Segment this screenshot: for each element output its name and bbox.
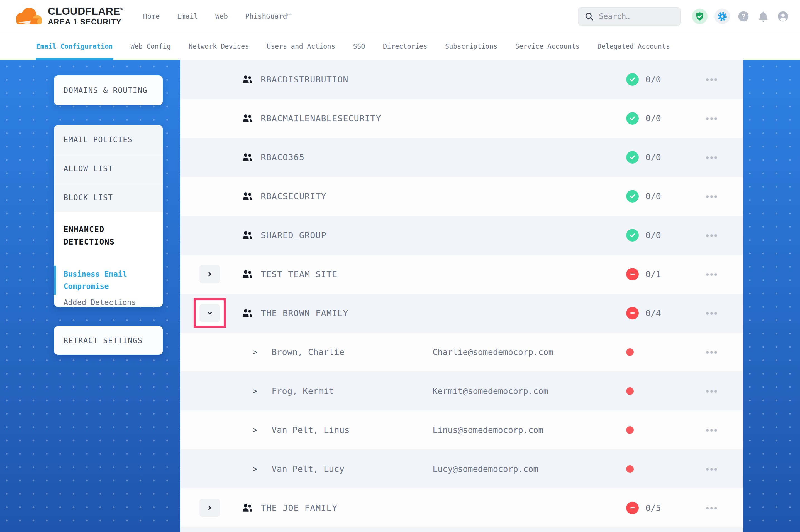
group-name[interactable]: THE JOE FAMILY — [261, 503, 626, 513]
group-name[interactable]: TEST TEAM SITE — [261, 269, 626, 279]
member-count: 0/1 — [646, 269, 661, 279]
row-actions-menu[interactable] — [706, 156, 717, 159]
highlight-box — [199, 226, 220, 244]
row-actions-menu[interactable] — [706, 195, 717, 198]
member-count: 0/5 — [646, 503, 661, 513]
sidebar-item-block-list[interactable]: BLOCK LIST — [54, 183, 163, 212]
tab-subscriptions[interactable]: Subscriptions — [445, 33, 497, 60]
row-actions-menu[interactable] — [706, 390, 717, 393]
group-name[interactable]: RBACO365 — [261, 152, 626, 162]
row-actions-menu[interactable] — [706, 117, 717, 120]
tab-delegated-accounts[interactable]: Delegated Accounts — [598, 33, 670, 60]
member-count: 0/4 — [646, 308, 661, 318]
group-name[interactable]: RBACMAILENABLESECURITY — [261, 113, 626, 123]
highlight-box — [199, 187, 220, 205]
member-status-dot — [626, 426, 634, 434]
member-status-dot — [626, 465, 634, 473]
member-row-van-pelt-lucy: > Van Pelt, Lucy Lucy@somedemocorp.com — [180, 449, 743, 488]
help-icon[interactable]: ? — [737, 10, 750, 23]
group-row-the-brown-family: THE BROWN FAMILY 0/4 — [180, 293, 743, 332]
expand-toggle-button[interactable] — [199, 265, 220, 283]
member-status-dot — [626, 348, 634, 356]
tab-service-accounts[interactable]: Service Accounts — [515, 33, 580, 60]
group-icon — [242, 308, 253, 318]
group-icon — [242, 503, 253, 513]
group-row-rbacsecurity: RBACSECURITY 0/0 — [180, 177, 743, 216]
registered-mark: ® — [120, 6, 124, 11]
tab-email-configuration[interactable]: Email Configuration — [36, 33, 113, 60]
group-icon — [242, 113, 253, 123]
group-row-rbacdistrubution: RBACDISTRUBUTION 0/0 — [180, 60, 743, 99]
group-row-rbacmailenablesecurity: RBACMAILENABLESECURITY 0/0 — [180, 99, 743, 138]
group-name[interactable]: RBACSECURITY — [261, 191, 626, 201]
settings-gear-icon[interactable] — [714, 8, 730, 24]
nav-email[interactable]: Email — [177, 12, 198, 20]
member-count: 0/0 — [646, 152, 661, 162]
notifications-bell-icon[interactable] — [757, 10, 770, 23]
sidebar-domains-routing-label: DOMAINS & ROUTING — [63, 86, 148, 95]
user-avatar-icon[interactable] — [777, 10, 789, 23]
group-name[interactable]: THE BROWN FAMILY — [261, 308, 626, 318]
tab-web-config[interactable]: Web Config — [131, 33, 171, 60]
member-count: 0/0 — [646, 113, 661, 123]
sidebar-item-email-policies[interactable]: EMAIL POLICIES — [54, 125, 163, 154]
status-badge — [626, 268, 639, 281]
group-name[interactable]: RBACDISTRUBUTION — [261, 74, 626, 84]
group-icon — [242, 152, 253, 162]
sidebar-item-added-detections[interactable]: Added Detections — [63, 298, 153, 307]
search-input[interactable]: Search… — [578, 7, 680, 25]
nav-web[interactable]: Web — [215, 12, 228, 20]
tab-sso[interactable]: SSO — [353, 33, 365, 60]
page: CLOUDFLARE® AREA 1 SECURITY HomeEmailWeb… — [0, 0, 800, 532]
row-actions-menu[interactable] — [706, 429, 717, 432]
sidebar-item-business-email-compromise[interactable]: Business Email Compromise — [54, 266, 163, 294]
member-email: Linus@somedemocorp.com — [433, 425, 626, 435]
member-row-frog-kermit: > Frog, Kermit Kermit@somedemocorp.com — [180, 372, 743, 411]
svg-text:?: ? — [742, 13, 746, 20]
sidebar-retract-settings-label: RETRACT SETTINGS — [63, 336, 143, 345]
member-row-brown-charlie: > Brown, Charlie Charlie@somedemocorp.co… — [180, 332, 743, 372]
highlight-box — [199, 265, 220, 283]
sidebar-domains-routing[interactable]: DOMAINS & ROUTING — [54, 75, 163, 105]
member-name[interactable]: Brown, Charlie — [272, 347, 433, 357]
row-actions-menu[interactable] — [706, 351, 717, 354]
member-name[interactable]: Van Pelt, Linus — [272, 425, 433, 435]
top-navigation: HomeEmailWebPhishGuard™ — [143, 12, 291, 20]
row-actions-menu[interactable] — [706, 312, 717, 315]
expand-toggle-button[interactable] — [199, 499, 220, 517]
group-name[interactable]: SHARED_GROUP — [261, 230, 626, 240]
tab-network-devices[interactable]: Network Devices — [188, 33, 249, 60]
row-actions-menu[interactable] — [706, 234, 717, 237]
status-badge — [626, 112, 639, 125]
nav-home[interactable]: Home — [143, 12, 160, 20]
tab-users-and-actions[interactable]: Users and Actions — [267, 33, 335, 60]
member-row-van-pelt-linus: > Van Pelt, Linus Linus@somedemocorp.com — [180, 411, 743, 449]
member-count: 0/0 — [646, 74, 661, 84]
directory-groups-table: RBACDISTRUBUTION 0/0 — [180, 60, 743, 532]
tab-directories[interactable]: Directories — [383, 33, 427, 60]
highlight-box — [199, 109, 220, 128]
sidebar-item-allow-list[interactable]: ALLOW LIST — [54, 154, 163, 183]
row-actions-menu[interactable] — [706, 468, 717, 471]
member-chevron-icon[interactable]: > — [253, 386, 272, 396]
row-actions-menu[interactable] — [706, 273, 717, 276]
expand-toggle-button[interactable] — [199, 304, 220, 322]
member-name[interactable]: Frog, Kermit — [272, 386, 433, 396]
shield-check-icon[interactable] — [692, 8, 708, 24]
member-chevron-icon[interactable]: > — [253, 464, 272, 474]
member-name[interactable]: Van Pelt, Lucy — [272, 464, 433, 474]
highlight-box — [199, 70, 220, 89]
search-icon — [584, 12, 594, 21]
row-actions-menu[interactable] — [706, 507, 717, 510]
member-chevron-icon[interactable]: > — [253, 425, 272, 435]
status-badge — [626, 502, 639, 514]
highlight-box — [194, 298, 226, 328]
group-icon — [242, 191, 253, 201]
sidebar-enhanced-detections-header: ENHANCED DETECTIONS — [63, 223, 153, 248]
status-badge — [626, 73, 639, 86]
member-chevron-icon[interactable]: > — [253, 347, 272, 357]
row-actions-menu[interactable] — [706, 78, 717, 81]
config-tab-bar: Email ConfigurationWeb ConfigNetwork Dev… — [0, 33, 800, 60]
nav-phishguard[interactable]: PhishGuard™ — [245, 12, 291, 20]
sidebar-retract-settings[interactable]: RETRACT SETTINGS — [54, 326, 163, 355]
